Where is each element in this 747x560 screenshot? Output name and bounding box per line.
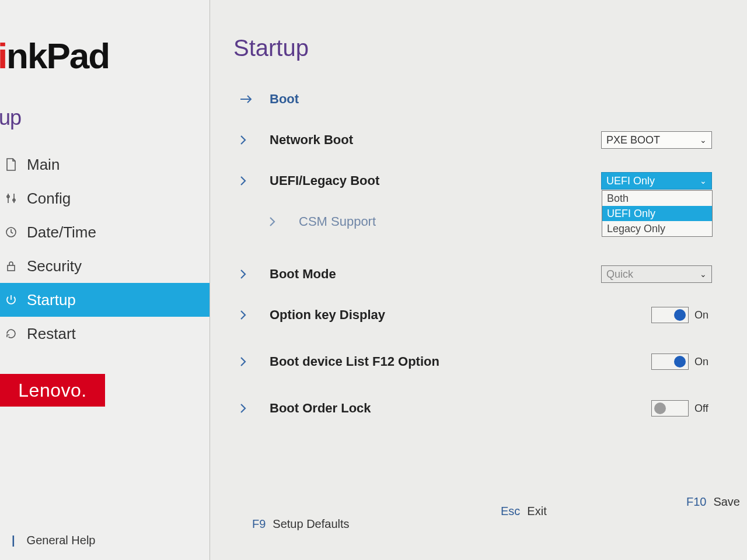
row-label: Option key Display bbox=[270, 307, 385, 323]
row-boot-order-lock[interactable]: Boot Order Lock Off bbox=[233, 388, 724, 429]
sidebar-item-label: Security bbox=[27, 257, 82, 275]
main-panel: Startup Boot Network Boot PXE BOOT ⌄ bbox=[210, 0, 747, 560]
row-uefi-legacy[interactable]: UEFI/Legacy Boot UEFI Only ⌄ Both UEFI O… bbox=[233, 160, 724, 201]
uefi-legacy-dropdown: Both UEFI Only Legacy Only bbox=[602, 190, 713, 237]
page-title: Startup bbox=[233, 35, 724, 61]
select-value: UEFI Only bbox=[606, 175, 655, 187]
toggle-state-label: On bbox=[694, 356, 712, 368]
row-label: Network Boot bbox=[270, 132, 353, 148]
chevron-down-icon: ⌄ bbox=[700, 176, 707, 186]
footer-label: General Help bbox=[27, 534, 96, 547]
row-label: UEFI/Legacy Boot bbox=[270, 173, 379, 188]
sidebar: hinkPad etup Main Config Date/Tim bbox=[0, 0, 210, 560]
row-boot-f12[interactable]: Boot device List F12 Option On bbox=[233, 341, 724, 382]
toggle-state-label: On bbox=[694, 309, 712, 321]
clock-icon bbox=[5, 226, 18, 238]
chevron-right-icon bbox=[239, 268, 253, 280]
lock-icon bbox=[5, 260, 18, 272]
chevron-right-icon bbox=[239, 309, 253, 321]
sidebar-item-security[interactable]: Security bbox=[0, 249, 210, 283]
footer-setup-defaults[interactable]: F9 Setup Defaults bbox=[252, 517, 350, 531]
row-label: CSM Support bbox=[299, 214, 376, 229]
option-key-toggle[interactable] bbox=[651, 307, 689, 323]
brand-text: hinkPad bbox=[0, 36, 109, 76]
vendor-badge: Lenovo. bbox=[0, 374, 105, 407]
restart-icon bbox=[5, 328, 18, 340]
sidebar-item-label: Main bbox=[27, 156, 60, 174]
footer-key: Esc bbox=[501, 505, 520, 518]
network-boot-select[interactable]: PXE BOOT ⌄ bbox=[601, 131, 712, 149]
arrow-right-icon bbox=[239, 94, 253, 104]
row-boot[interactable]: Boot bbox=[233, 79, 724, 120]
footer-key: F10 bbox=[686, 495, 706, 509]
footer-label: Setup Defaults bbox=[273, 517, 349, 531]
select-value: PXE BOOT bbox=[606, 134, 660, 146]
sidebar-item-startup[interactable]: Startup bbox=[0, 283, 210, 317]
bar-icon: | bbox=[12, 534, 15, 547]
chevron-right-icon bbox=[239, 175, 253, 187]
footer-save[interactable]: F10 Save bbox=[686, 495, 740, 509]
dropdown-option-uefi-only[interactable]: UEFI Only bbox=[602, 206, 712, 221]
chevron-right-icon bbox=[239, 134, 253, 146]
row-label: Boot Mode bbox=[270, 267, 336, 282]
dropdown-option-both[interactable]: Both bbox=[602, 191, 712, 206]
boot-link-label: Boot bbox=[270, 92, 299, 107]
row-network-boot[interactable]: Network Boot PXE BOOT ⌄ bbox=[233, 120, 724, 160]
chevron-right-icon bbox=[239, 402, 253, 414]
toggle-state-label: Off bbox=[694, 402, 712, 415]
row-label: Boot device List F12 Option bbox=[270, 354, 439, 369]
footer-label: Exit bbox=[527, 505, 546, 518]
boot-lock-toggle[interactable] bbox=[651, 400, 689, 416]
row-boot-mode[interactable]: Boot Mode Quick ⌄ bbox=[233, 254, 724, 295]
sidebar-item-main[interactable]: Main bbox=[0, 148, 210, 181]
sidebar-nav: Main Config Date/Time Security bbox=[0, 148, 210, 351]
sidebar-item-label: Config bbox=[27, 190, 71, 208]
sidebar-item-label: Date/Time bbox=[27, 223, 96, 242]
boot-f12-toggle[interactable] bbox=[651, 354, 689, 370]
dropdown-option-legacy-only[interactable]: Legacy Only bbox=[602, 221, 712, 236]
sidebar-item-label: Startup bbox=[27, 291, 76, 309]
footer-exit[interactable]: Esc Exit bbox=[501, 505, 547, 518]
chevron-down-icon: ⌄ bbox=[700, 135, 707, 145]
row-label: Boot Order Lock bbox=[270, 401, 371, 416]
boot-mode-select[interactable]: Quick ⌄ bbox=[601, 265, 712, 283]
power-icon bbox=[5, 294, 18, 306]
sliders-icon bbox=[5, 192, 18, 204]
chevron-right-icon bbox=[239, 356, 253, 368]
uefi-legacy-select[interactable]: UEFI Only ⌄ Both UEFI Only Legacy Only bbox=[601, 172, 712, 190]
chevron-down-icon: ⌄ bbox=[700, 270, 707, 279]
footer-general-help[interactable]: | General Help bbox=[12, 534, 95, 547]
sidebar-item-config[interactable]: Config bbox=[0, 181, 210, 215]
brand-logo: hinkPad bbox=[0, 0, 210, 82]
sidebar-item-label: Restart bbox=[27, 325, 76, 343]
sidebar-item-restart[interactable]: Restart bbox=[0, 317, 210, 351]
footer-key: F9 bbox=[252, 517, 266, 531]
setup-heading: etup bbox=[0, 106, 210, 130]
sidebar-item-datetime[interactable]: Date/Time bbox=[0, 215, 210, 249]
select-value: Quick bbox=[606, 268, 633, 281]
footer-label: Save bbox=[713, 495, 740, 509]
chevron-right-icon bbox=[268, 216, 282, 228]
svg-rect-5 bbox=[8, 265, 15, 271]
row-option-key-display[interactable]: Option key Display On bbox=[233, 295, 724, 335]
document-icon bbox=[5, 158, 18, 171]
